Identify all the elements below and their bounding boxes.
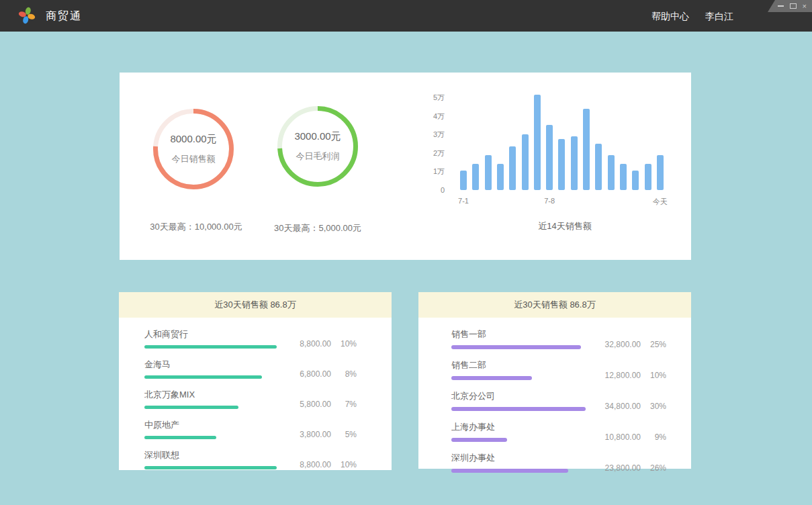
row-amount: 34,800.00 (592, 402, 641, 411)
departments-row: 北京分公司34,800.0030% (451, 390, 666, 411)
row-progress-bar (144, 436, 216, 439)
sales-bar (472, 164, 479, 190)
row-name: 人和商贸行 (144, 328, 283, 340)
row-name: 销售一部 (451, 328, 592, 340)
today-profit-donut: 3000.00元 今日毛利润 (275, 104, 360, 189)
row-progress-bar (144, 406, 238, 409)
sales-bar (460, 171, 467, 190)
customers-card-header: 近30天销售额 86.8万 (119, 292, 392, 318)
row-values: 23,800.0026% (592, 463, 666, 473)
row-percent: 9% (641, 432, 666, 442)
row-progress-bar (144, 466, 277, 469)
customers-row: 人和商贸行8,800.0010% (144, 328, 357, 349)
row-percent: 5% (331, 430, 357, 439)
overview-card: 8000.00元 今日销售额 30天最高：10,000.00元 3000.00元… (120, 73, 691, 260)
departments-row: 销售二部12,800.0010% (451, 359, 666, 380)
row-name: 深圳办事处 (451, 452, 592, 464)
y-axis-tick-label: 5万 (433, 93, 445, 101)
today-sales-label: 今日销售额 (172, 153, 216, 165)
app-logo-icon (17, 6, 36, 25)
row-values: 10,800.009% (592, 432, 666, 442)
row-amount: 32,800.00 (592, 340, 641, 349)
departments-sales-card: 近30天销售额 86.8万 销售一部32,800.0025%销售二部12,800… (418, 292, 691, 469)
row-percent: 10% (641, 371, 666, 380)
x-axis-tick-label: 7-8 (544, 197, 555, 205)
row-name: 上海办事处 (451, 421, 592, 433)
customers-sales-card: 近30天销售额 86.8万 人和商贸行8,800.0010%金海马6,800.0… (119, 292, 392, 470)
titlebar: 商贸通 帮助中心 李白江 × (0, 0, 812, 32)
row-name: 金海马 (144, 359, 283, 371)
row-amount: 5,800.00 (283, 400, 331, 409)
today-profit-donut-text: 3000.00元 今日毛利润 (275, 104, 360, 189)
departments-row: 上海办事处10,800.009% (451, 421, 666, 442)
sales-bar (571, 136, 578, 190)
sales-bar (546, 125, 553, 190)
x-axis-tick-label: 7-1 (458, 197, 469, 205)
row-name: 销售二部 (451, 359, 592, 371)
customers-row: 深圳联想8,800.0010% (144, 449, 357, 469)
sales-bar (509, 146, 516, 190)
row-percent: 7% (331, 400, 357, 409)
sales-bar (583, 109, 590, 190)
customers-row: 金海马6,800.008% (144, 359, 357, 379)
today-sales-value: 8000.00元 (170, 133, 216, 146)
row-progress-bar (451, 438, 507, 442)
today-profit-value: 3000.00元 (294, 130, 341, 143)
sales-bar (632, 171, 639, 190)
bar-chart-y-axis: 01万2万3万4万5万 (420, 89, 445, 190)
row-percent: 30% (641, 402, 666, 411)
row-name: 深圳联想 (144, 449, 283, 461)
customers-row: 中原地产3,800.005% (144, 419, 357, 439)
y-axis-tick-label: 4万 (433, 112, 445, 120)
row-progress-bar (451, 469, 568, 473)
row-progress-bar (451, 407, 586, 411)
row-name: 中原地产 (144, 419, 283, 431)
sales-bar (522, 134, 529, 190)
row-percent: 10% (331, 460, 357, 469)
customers-row: 北京万象MIX5,800.007% (144, 389, 357, 409)
row-progress-bar (144, 375, 262, 379)
y-axis-tick-label: 1万 (433, 167, 445, 175)
today-profit-label: 今日毛利润 (296, 150, 340, 163)
departments-card-header: 近30天销售额 86.8万 (418, 292, 691, 318)
row-percent: 26% (641, 463, 666, 473)
sales-bar (657, 155, 664, 190)
sales-bar (595, 144, 602, 190)
sales-bar (485, 155, 492, 190)
sales-bar (497, 164, 504, 190)
row-name: 北京分公司 (451, 390, 592, 402)
app-title: 商贸通 (46, 9, 82, 24)
minimize-icon[interactable] (778, 5, 784, 7)
user-name-link[interactable]: 李白江 (705, 11, 733, 23)
row-amount: 8,800.00 (283, 339, 331, 349)
window-controls: × (768, 0, 812, 12)
sales-bar (608, 155, 615, 190)
sales-bar (534, 95, 541, 190)
x-axis-tick-label: 今天 (653, 197, 668, 207)
y-axis-tick-label: 2万 (433, 149, 445, 157)
today-sales-donut-text: 8000.00元 今日销售额 (151, 107, 236, 191)
y-axis-tick-label: 0 (441, 186, 445, 194)
row-amount: 6,800.00 (283, 369, 331, 379)
row-values: 5,800.007% (283, 400, 357, 409)
bar-chart-x-axis: 7-17-8今天 (460, 197, 670, 206)
row-progress-bar (451, 345, 581, 349)
today-sales-donut: 8000.00元 今日销售额 (151, 107, 236, 191)
row-values: 8,800.0010% (283, 339, 357, 349)
bar-chart-plot (460, 89, 670, 190)
row-values: 3,800.005% (283, 430, 357, 439)
row-progress-bar (451, 376, 532, 380)
row-progress-bar (144, 345, 277, 349)
row-values: 6,800.008% (283, 369, 357, 379)
row-values: 12,800.0010% (592, 371, 666, 380)
y-axis-tick-label: 3万 (433, 130, 445, 138)
today-profit-30d-max: 30天最高：5,000.00元 (230, 222, 405, 234)
close-icon[interactable]: × (803, 3, 807, 9)
departments-list: 销售一部32,800.0025%销售二部12,800.0010%北京分公司34,… (418, 318, 691, 473)
maximize-icon[interactable] (790, 3, 797, 9)
row-amount: 12,800.00 (592, 371, 641, 380)
row-percent: 10% (331, 339, 357, 349)
departments-row: 深圳办事处23,800.0026% (451, 452, 666, 473)
row-amount: 8,800.00 (283, 460, 331, 469)
help-center-link[interactable]: 帮助中心 (651, 11, 689, 23)
